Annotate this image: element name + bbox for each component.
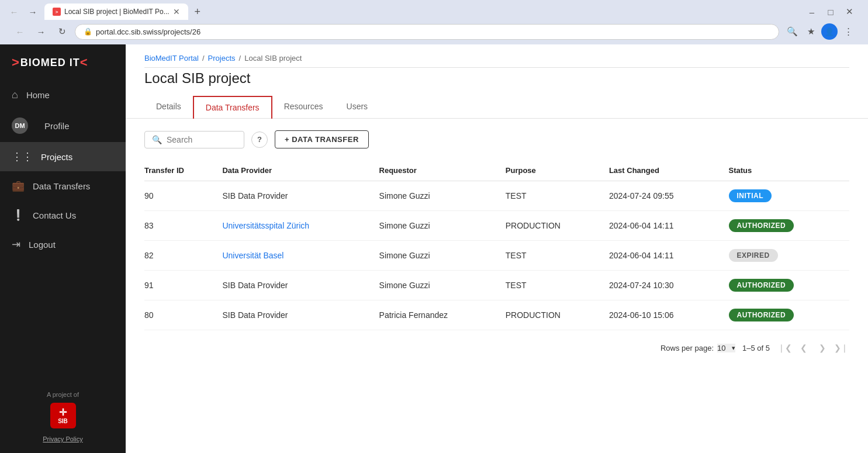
logo-chevrons: > <box>12 55 19 70</box>
data-table: Transfer ID Data Provider Requestor Purp… <box>144 160 849 330</box>
cell-transfer-id: 82 <box>144 241 222 271</box>
maximize-btn[interactable]: □ <box>822 4 839 20</box>
rows-per-page-select[interactable]: 10 25 50 <box>717 344 735 352</box>
main-content: BioMedIT Portal / Projects / Local SIB p… <box>126 44 868 453</box>
table-row[interactable]: 90SIB Data ProviderSimone GuzziTEST2024-… <box>144 181 849 211</box>
bookmark-btn[interactable]: ★ <box>803 23 819 40</box>
tabs-row: Details Data Transfers Resources Users <box>126 96 868 119</box>
avatar: DM <box>12 117 28 134</box>
table-row[interactable]: 80SIB Data ProviderPatricia FernandezPRO… <box>144 300 849 330</box>
search-box[interactable]: 🔍 <box>144 131 244 148</box>
minimize-btn[interactable]: – <box>804 4 820 20</box>
cell-status: AUTHORIZED <box>729 211 850 241</box>
cell-purpose: TEST <box>506 241 609 271</box>
tab-resources[interactable]: Resources <box>272 96 335 119</box>
prev-page-btn[interactable]: ❮ <box>796 340 812 356</box>
sidebar-item-home[interactable]: ⌂ Home <box>0 81 126 109</box>
profile-btn[interactable]: 👤 <box>821 23 838 40</box>
cell-purpose: TEST <box>506 271 609 300</box>
cell-data-provider[interactable]: Universität Basel <box>222 241 379 271</box>
new-tab-btn[interactable]: + <box>189 4 206 20</box>
cell-status: AUTHORIZED <box>729 300 850 330</box>
logo-text: BIOMED IT <box>20 57 80 69</box>
next-page-btn[interactable]: ❯ <box>814 340 831 356</box>
status-badge: AUTHORIZED <box>729 309 794 321</box>
sidebar-item-projects[interactable]: ⋮⋮ Projects <box>0 142 126 171</box>
privacy-policy-link[interactable]: Privacy Policy <box>43 435 82 442</box>
cell-requestor: Simone Guzzi <box>379 211 506 241</box>
sidebar-item-contact-us[interactable]: ❕ Contact Us <box>0 200 126 230</box>
forward-btn[interactable]: → <box>33 23 49 40</box>
add-data-transfer-button[interactable]: + DATA TRANSFER <box>275 130 369 148</box>
tab-details[interactable]: Details <box>144 96 193 119</box>
browser-chrome: ← → > Local SIB project | BioMedIT Po...… <box>0 0 868 44</box>
table-header: Transfer ID Data Provider Requestor Purp… <box>144 160 849 181</box>
breadcrumb-current: Local SIB project <box>244 54 302 63</box>
breadcrumb-biomedit-portal[interactable]: BioMedIT Portal <box>144 54 199 63</box>
home-icon: ⌂ <box>12 89 18 101</box>
table-row[interactable]: 82Universität BaselSimone GuzziTEST2024-… <box>144 241 849 271</box>
help-button[interactable]: ? <box>251 132 268 148</box>
data-transfers-icon: 💼 <box>12 179 25 192</box>
browser-toolbar: ← → ↻ 🔒 portal.dcc.sib.swiss/projects/26… <box>6 20 862 44</box>
tab-title: Local SIB project | BioMedIT Po... <box>64 8 170 16</box>
nav-forward-btn[interactable]: → <box>25 4 41 20</box>
table-row[interactable]: 91SIB Data ProviderSimone GuzziTEST2024-… <box>144 271 849 300</box>
sidebar-label-contact-us: Contact Us <box>33 210 76 220</box>
page-info: 1–5 of 5 <box>742 344 770 352</box>
sidebar-footer-label: A project of <box>12 391 114 398</box>
reload-btn[interactable]: ↻ <box>54 23 70 40</box>
breadcrumb-sep-1: / <box>202 54 205 63</box>
first-page-btn[interactable]: ❘❮ <box>777 340 793 356</box>
sidebar-nav: ⌂ Home DM Profile ⋮⋮ Projects 💼 Data Tra… <box>0 81 126 382</box>
nav-back-btn[interactable]: ← <box>6 4 22 20</box>
tab-data-transfers[interactable]: Data Transfers <box>193 96 272 119</box>
sib-logo-text: SIB <box>58 418 68 424</box>
col-header-transfer-id: Transfer ID <box>144 160 222 181</box>
tab-close-btn[interactable]: ✕ <box>173 7 180 16</box>
data-provider-link[interactable]: Universität Basel <box>222 251 283 260</box>
search-toolbar-btn[interactable]: 🔍 <box>784 23 800 40</box>
back-btn[interactable]: ← <box>12 23 28 40</box>
toolbar-icons: 🔍 ★ 👤 ⋮ <box>784 23 856 40</box>
cell-requestor: Simone Guzzi <box>379 271 506 300</box>
data-provider-link[interactable]: Universitätsspital Zürich <box>222 221 309 230</box>
close-window-btn[interactable]: ✕ <box>841 4 857 20</box>
sidebar-item-profile[interactable]: DM Profile <box>0 109 126 142</box>
url-text: portal.dcc.sib.swiss/projects/26 <box>96 27 770 36</box>
search-input[interactable] <box>167 135 237 144</box>
cell-data-provider[interactable]: Universitätsspital Zürich <box>222 211 379 241</box>
col-header-status: Status <box>729 160 850 181</box>
sidebar-label-home: Home <box>26 90 50 100</box>
table-body: 90SIB Data ProviderSimone GuzziTEST2024-… <box>144 181 849 330</box>
cell-status: EXPIRED <box>729 241 850 271</box>
cell-status: INITIAL <box>729 181 850 211</box>
page-title: Local SIB project <box>126 68 868 96</box>
last-page-btn[interactable]: ❯❘ <box>833 340 849 356</box>
sidebar-item-logout[interactable]: ⇥ Logout <box>0 230 126 259</box>
breadcrumb-projects[interactable]: Projects <box>208 54 236 63</box>
table-row[interactable]: 83Universitätsspital ZürichSimone GuzziP… <box>144 211 849 241</box>
active-browser-tab[interactable]: > Local SIB project | BioMedIT Po... ✕ <box>44 4 188 20</box>
cell-last-changed: 2024-06-10 15:06 <box>609 300 729 330</box>
logo-chevrons-end: < <box>80 55 88 70</box>
cell-transfer-id: 90 <box>144 181 222 211</box>
cell-requestor: Patricia Fernandez <box>379 300 506 330</box>
search-icon: 🔍 <box>152 135 162 144</box>
projects-icon: ⋮⋮ <box>12 150 33 163</box>
sidebar-label-data-transfers: Data Transfers <box>33 181 90 191</box>
menu-btn[interactable]: ⋮ <box>840 23 856 40</box>
page-nav-buttons: ❘❮ ❮ ❯ ❯❘ <box>777 340 849 356</box>
col-header-last-changed: Last Changed <box>609 160 729 181</box>
url-bar[interactable]: 🔒 portal.dcc.sib.swiss/projects/26 <box>75 24 779 40</box>
cell-data-provider: SIB Data Provider <box>222 300 379 330</box>
content-area: 🔍 ? + DATA TRANSFER Transfer ID Data Pro… <box>126 119 868 453</box>
cell-data-provider: SIB Data Provider <box>222 181 379 211</box>
col-header-data-provider: Data Provider <box>222 160 379 181</box>
breadcrumb: BioMedIT Portal / Projects / Local SIB p… <box>126 44 868 67</box>
sidebar-label-projects: Projects <box>41 152 72 162</box>
sidebar-item-data-transfers[interactable]: 💼 Data Transfers <box>0 171 126 200</box>
tab-users[interactable]: Users <box>335 96 380 119</box>
col-header-purpose: Purpose <box>506 160 609 181</box>
rows-select-wrap[interactable]: 10 25 50 <box>717 344 735 352</box>
